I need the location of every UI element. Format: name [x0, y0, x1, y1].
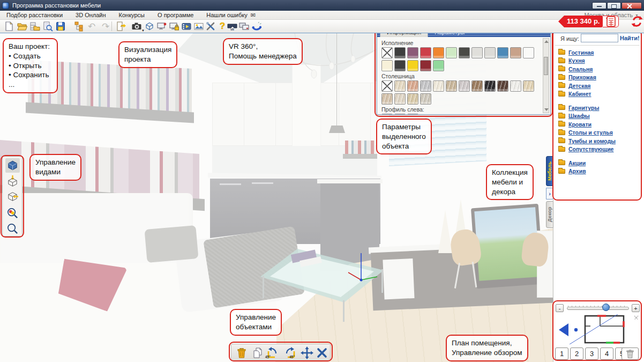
image-export-button[interactable] — [193, 20, 205, 32]
search-button[interactable]: Найти! — [620, 35, 640, 41]
manager-call-button[interactable] — [251, 20, 263, 32]
minimize-button[interactable] — [592, 2, 606, 9]
category-link[interactable]: Акции — [568, 160, 586, 166]
tab-furniture[interactable]: Мебель — [546, 156, 553, 186]
category-row[interactable]: Детская — [558, 82, 640, 90]
zoom-out-button[interactable]: - — [556, 304, 564, 312]
material-swatch[interactable] — [420, 80, 431, 92]
material-swatch[interactable] — [433, 60, 444, 71]
delete-object-trash-icon[interactable] — [235, 346, 249, 360]
floor-plan-minimap[interactable] — [555, 314, 640, 345]
material-swatch[interactable] — [394, 60, 406, 71]
category-link[interactable]: Детская — [568, 83, 590, 89]
tab-decor[interactable]: Декор — [546, 201, 553, 228]
material-swatch[interactable] — [381, 47, 393, 58]
material-swatch[interactable] — [471, 80, 483, 92]
material-swatch[interactable] — [381, 93, 393, 105]
category-row[interactable]: Гостиная — [558, 48, 640, 57]
mail-icon[interactable]: ✉ — [251, 12, 256, 19]
3d-view-button[interactable] — [144, 20, 155, 32]
category-link[interactable]: Архив — [568, 168, 586, 174]
refresh-icon[interactable] — [631, 16, 643, 29]
settings-tools-button[interactable] — [205, 20, 216, 32]
plan-delete-button[interactable] — [621, 348, 639, 360]
view-top-button[interactable] — [5, 174, 20, 188]
category-row[interactable]: Тумбы и комоды — [558, 137, 640, 145]
category-row[interactable]: Гарнитуры — [558, 104, 640, 112]
material-swatch[interactable] — [420, 47, 431, 58]
category-row[interactable]: Сопутствующие — [558, 145, 640, 154]
category-link[interactable]: Кабинет — [568, 91, 591, 97]
save-button[interactable] — [55, 20, 66, 32]
category-link[interactable]: Гостиная — [568, 49, 594, 56]
copy-object-icon[interactable] — [251, 346, 265, 360]
exit-button[interactable] — [115, 20, 126, 32]
category-link[interactable]: Тумбы и комоды — [568, 138, 616, 144]
scrollbar-thumb[interactable] — [544, 57, 548, 75]
material-swatch[interactable] — [394, 93, 406, 105]
category-link[interactable]: Кухня — [568, 57, 585, 64]
view-3d-button[interactable] — [5, 158, 20, 173]
zoom-slider-track[interactable] — [567, 307, 629, 310]
menu-item-2[interactable]: 3D Онлайн — [69, 12, 113, 18]
category-row[interactable]: Столы и стулья — [558, 129, 640, 137]
remove-object-x-icon[interactable] — [315, 346, 329, 360]
zoom-button[interactable] — [5, 221, 20, 236]
category-row[interactable]: Кухня — [558, 57, 640, 65]
material-swatch[interactable] — [459, 47, 470, 58]
material-swatch[interactable] — [523, 80, 534, 92]
zoom-in-button[interactable]: + — [632, 304, 640, 312]
material-swatch[interactable] — [459, 80, 470, 92]
material-swatch[interactable] — [433, 47, 444, 58]
sidebar-collapse-arrow[interactable]: › — [546, 188, 553, 200]
scroll-up-icon[interactable] — [544, 40, 549, 43]
category-link[interactable]: Гарнитуры — [568, 105, 599, 111]
material-swatch[interactable] — [510, 80, 521, 92]
category-link[interactable]: Кровати — [568, 121, 591, 128]
open-catalog-button[interactable] — [29, 20, 41, 32]
plan-view-button-3[interactable]: 3 — [585, 348, 598, 360]
material-swatch[interactable] — [433, 80, 444, 92]
search-input[interactable] — [581, 34, 618, 42]
category-link[interactable]: Прихожая — [568, 74, 596, 80]
material-swatch[interactable] — [484, 47, 496, 58]
material-swatch[interactable] — [394, 80, 406, 92]
material-swatch[interactable] — [394, 114, 406, 115]
material-swatch[interactable] — [407, 80, 418, 92]
material-swatch[interactable] — [497, 47, 508, 58]
category-row[interactable]: Прихожая — [558, 73, 640, 82]
panel-scrollbar[interactable] — [543, 38, 549, 113]
category-link[interactable]: Столы и стулья — [568, 129, 613, 136]
material-swatch[interactable] — [381, 80, 393, 92]
menu-item-4[interactable]: О программе — [151, 12, 200, 18]
material-swatch[interactable] — [484, 80, 496, 92]
order-document-icon[interactable] — [606, 16, 616, 29]
open-project-button[interactable] — [16, 20, 28, 32]
category-row[interactable]: Архив — [558, 167, 640, 176]
category-link[interactable]: Шкафы — [568, 113, 590, 119]
material-swatch[interactable] — [407, 114, 418, 115]
save-view-button[interactable] — [156, 20, 168, 32]
category-link[interactable]: Спальня — [568, 66, 593, 72]
category-row[interactable]: Кабинет — [558, 90, 640, 99]
vr-360-button[interactable]: VR — [226, 20, 238, 32]
undo-icon[interactable]: ↶ — [86, 20, 98, 32]
restore-button[interactable] — [607, 2, 621, 9]
material-swatch[interactable] — [471, 47, 483, 58]
material-swatch[interactable] — [381, 114, 393, 115]
material-swatch[interactable] — [407, 47, 418, 58]
plan-view-button-1[interactable]: 1 — [555, 348, 568, 360]
zoom-selection-button[interactable] — [5, 206, 20, 220]
scroll-down-icon[interactable] — [544, 108, 549, 111]
plan-close-icon[interactable] — [634, 315, 639, 320]
project-structure-button[interactable] — [73, 20, 85, 32]
material-swatch[interactable] — [446, 47, 457, 58]
preview-button[interactable] — [42, 20, 54, 32]
menu-item-5[interactable]: Нашли ошибку — [200, 12, 253, 18]
category-link[interactable]: Сопутствующие — [568, 146, 613, 152]
material-swatch[interactable] — [420, 60, 431, 71]
material-swatch[interactable] — [510, 47, 521, 58]
material-swatch[interactable] — [407, 93, 418, 105]
lock-view-button[interactable] — [168, 20, 180, 32]
video-render-button[interactable] — [181, 20, 192, 32]
